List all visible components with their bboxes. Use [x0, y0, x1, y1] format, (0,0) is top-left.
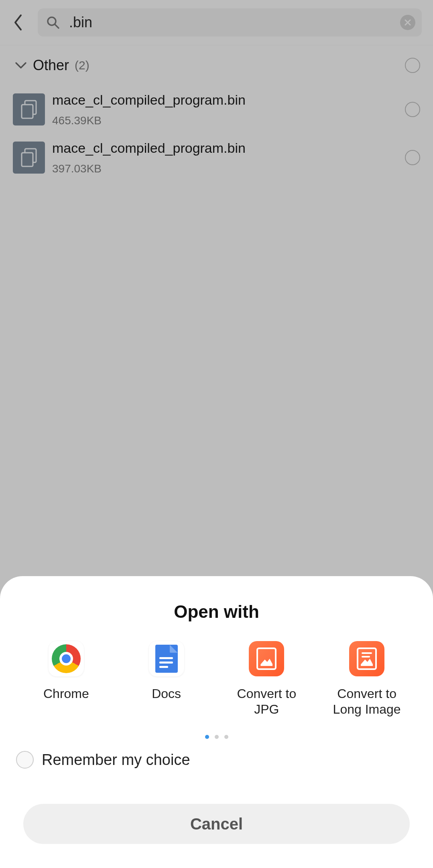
file-select-radio[interactable] — [405, 150, 420, 165]
search-input[interactable] — [62, 14, 400, 31]
file-text: mace_cl_compiled_program.bin 465.39KB — [52, 92, 405, 127]
category-label: Other — [33, 57, 69, 74]
remember-checkbox[interactable] — [16, 751, 34, 769]
app-chrome[interactable]: Chrome — [30, 641, 102, 717]
app-label: Convert to JPG — [230, 686, 303, 717]
app-label: Chrome — [43, 686, 89, 702]
search-box[interactable] — [38, 8, 422, 36]
svg-rect-5 — [22, 105, 33, 118]
app-grid: Chrome Docs Convert to JPG Co — [0, 622, 433, 717]
app-docs[interactable]: Docs — [130, 641, 203, 717]
pager-dot[interactable] — [215, 735, 219, 739]
chevron-down-icon — [13, 61, 29, 69]
pager-dots — [0, 735, 433, 739]
clear-search-button[interactable] — [400, 15, 415, 30]
chrome-icon — [49, 641, 84, 676]
search-icon — [44, 14, 62, 31]
pager-dot[interactable] — [224, 735, 228, 739]
pager-dot[interactable] — [205, 735, 209, 739]
file-row[interactable]: mace_cl_compiled_program.bin 397.03KB — [0, 134, 433, 182]
file-name: mace_cl_compiled_program.bin — [52, 92, 405, 108]
convert-jpg-icon — [249, 641, 284, 676]
back-button[interactable] — [8, 14, 29, 31]
sheet-title: Open with — [0, 602, 433, 622]
search-header — [0, 0, 433, 45]
file-size: 397.03KB — [52, 162, 405, 175]
remember-choice-row[interactable]: Remember my choice — [0, 739, 433, 769]
convert-long-image-icon — [349, 641, 384, 676]
cancel-button[interactable]: Cancel — [23, 804, 410, 844]
file-icon — [13, 93, 45, 125]
remember-label: Remember my choice — [42, 751, 190, 769]
file-icon — [13, 142, 45, 174]
file-row[interactable]: mace_cl_compiled_program.bin 465.39KB — [0, 85, 433, 134]
file-size: 465.39KB — [52, 114, 405, 127]
category-row[interactable]: Other (2) — [0, 45, 433, 85]
app-convert-long-image[interactable]: Convert to Long Image — [331, 641, 403, 717]
open-with-sheet: Open with Chrome Docs Convert to JPG — [0, 576, 433, 868]
docs-icon — [149, 641, 184, 676]
svg-line-1 — [55, 24, 59, 28]
app-label: Docs — [152, 686, 181, 702]
svg-rect-7 — [22, 153, 33, 166]
app-convert-jpg[interactable]: Convert to JPG — [230, 641, 303, 717]
file-select-radio[interactable] — [405, 102, 420, 117]
app-label: Convert to Long Image — [331, 686, 403, 717]
cancel-label: Cancel — [190, 815, 243, 833]
category-count: (2) — [75, 59, 89, 72]
select-all-radio[interactable] — [405, 58, 420, 73]
file-name: mace_cl_compiled_program.bin — [52, 140, 405, 156]
file-text: mace_cl_compiled_program.bin 397.03KB — [52, 140, 405, 175]
